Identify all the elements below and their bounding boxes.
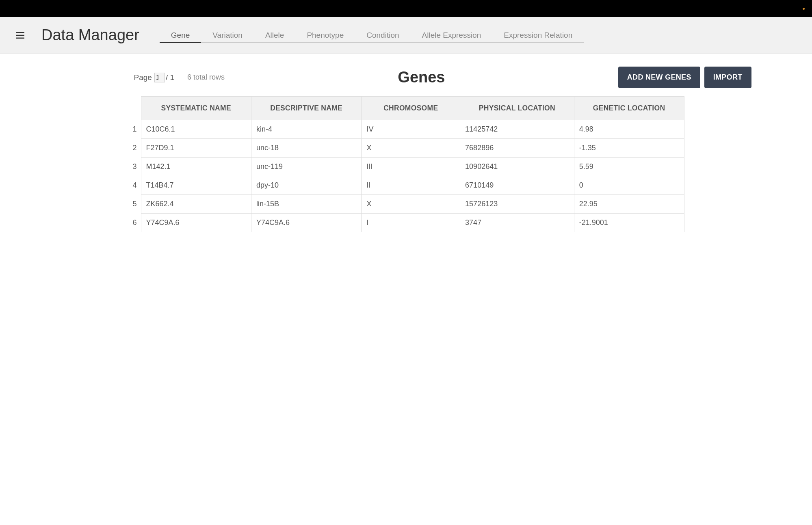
total-rows-label: 6 total rows: [187, 73, 225, 82]
table-row[interactable]: 6Y74C9A.6Y74C9A.6I3747-21.9001: [128, 214, 684, 232]
cell-physical[interactable]: 6710149: [460, 176, 574, 195]
row-number: 5: [128, 195, 141, 214]
column-genetic-location[interactable]: GENETIC LOCATION: [574, 97, 684, 120]
titlebar-indicator-dot: [803, 8, 805, 10]
cell-descriptive[interactable]: unc-18: [251, 139, 362, 158]
column-descriptive-name[interactable]: DESCRIPTIVE NAME: [251, 97, 362, 120]
tab-gene[interactable]: Gene: [160, 28, 201, 43]
cell-physical[interactable]: 3747: [460, 214, 574, 232]
app-header: Data Manager Gene Variation Allele Pheno…: [0, 17, 812, 54]
row-number: 4: [128, 176, 141, 195]
tab-allele-expression[interactable]: Allele Expression: [411, 28, 493, 43]
svg-rect-1: [16, 35, 24, 36]
svg-rect-0: [16, 32, 24, 33]
cell-chromosome[interactable]: III: [362, 158, 460, 176]
cell-systematic[interactable]: Y74C9A.6: [141, 214, 251, 232]
table-row[interactable]: 3M142.1unc-119III109026415.59: [128, 158, 684, 176]
pagination-controls: Page / 1 6 total rows: [134, 73, 225, 82]
cell-physical[interactable]: 15726123: [460, 195, 574, 214]
cell-descriptive[interactable]: lin-15B: [251, 195, 362, 214]
tab-phenotype[interactable]: Phenotype: [295, 28, 355, 43]
table-row[interactable]: 1C10C6.1kin-4IV114257424.98: [128, 120, 684, 139]
cell-descriptive[interactable]: unc-119: [251, 158, 362, 176]
cell-systematic[interactable]: T14B4.7: [141, 176, 251, 195]
table-row[interactable]: 2F27D9.1unc-18X7682896-1.35: [128, 139, 684, 158]
cell-chromosome[interactable]: II: [362, 176, 460, 195]
cell-chromosome[interactable]: X: [362, 195, 460, 214]
cell-systematic[interactable]: F27D9.1: [141, 139, 251, 158]
cell-descriptive[interactable]: kin-4: [251, 120, 362, 139]
cell-genetic[interactable]: -1.35: [574, 139, 684, 158]
page-label: Page: [134, 73, 152, 82]
cell-systematic[interactable]: C10C6.1: [141, 120, 251, 139]
cell-genetic[interactable]: 22.95: [574, 195, 684, 214]
tab-variation[interactable]: Variation: [201, 28, 254, 43]
page-title: Genes: [225, 69, 618, 86]
cell-chromosome[interactable]: IV: [362, 120, 460, 139]
row-number-header: [128, 97, 141, 120]
hamburger-menu-icon[interactable]: [15, 30, 25, 40]
cell-genetic[interactable]: -21.9001: [574, 214, 684, 232]
tab-expression-relation[interactable]: Expression Relation: [492, 28, 584, 43]
row-number: 6: [128, 214, 141, 232]
column-chromosome[interactable]: CHROMOSOME: [362, 97, 460, 120]
row-number: 2: [128, 139, 141, 158]
cell-physical[interactable]: 7682896: [460, 139, 574, 158]
cell-physical[interactable]: 11425742: [460, 120, 574, 139]
cell-genetic[interactable]: 5.59: [574, 158, 684, 176]
cell-genetic[interactable]: 0: [574, 176, 684, 195]
tab-condition[interactable]: Condition: [355, 28, 410, 43]
genes-table: SYSTEMATIC NAME DESCRIPTIVE NAME CHROMOS…: [128, 96, 684, 232]
page-total-label: / 1: [166, 73, 174, 82]
row-number: 1: [128, 120, 141, 139]
import-button[interactable]: IMPORT: [704, 67, 751, 88]
row-number: 3: [128, 158, 141, 176]
cell-systematic[interactable]: ZK662.4: [141, 195, 251, 214]
cell-chromosome[interactable]: I: [362, 214, 460, 232]
column-physical-location[interactable]: PHYSICAL LOCATION: [460, 97, 574, 120]
table-container: SYSTEMATIC NAME DESCRIPTIVE NAME CHROMOS…: [128, 96, 684, 232]
add-new-genes-button[interactable]: ADD NEW GENES: [618, 67, 700, 88]
cell-descriptive[interactable]: dpy-10: [251, 176, 362, 195]
cell-physical[interactable]: 10902641: [460, 158, 574, 176]
action-buttons: ADD NEW GENES IMPORT: [618, 67, 751, 88]
cell-genetic[interactable]: 4.98: [574, 120, 684, 139]
cell-chromosome[interactable]: X: [362, 139, 460, 158]
table-header-row: SYSTEMATIC NAME DESCRIPTIVE NAME CHROMOS…: [128, 97, 684, 120]
app-title: Data Manager: [41, 26, 139, 44]
table-row[interactable]: 4T14B4.7dpy-10II67101490: [128, 176, 684, 195]
page-number-input[interactable]: [154, 73, 165, 82]
cell-systematic[interactable]: M142.1: [141, 158, 251, 176]
svg-rect-2: [16, 37, 24, 39]
cell-descriptive[interactable]: Y74C9A.6: [251, 214, 362, 232]
tab-bar: Gene Variation Allele Phenotype Conditio…: [160, 17, 584, 53]
column-systematic-name[interactable]: SYSTEMATIC NAME: [141, 97, 251, 120]
main-content: Page / 1 6 total rows Genes ADD NEW GENE…: [0, 54, 812, 240]
window-titlebar: [0, 0, 812, 17]
top-controls-row: Page / 1 6 total rows Genes ADD NEW GENE…: [57, 62, 756, 92]
tab-allele[interactable]: Allele: [254, 28, 295, 43]
table-row[interactable]: 5ZK662.4lin-15BX1572612322.95: [128, 195, 684, 214]
